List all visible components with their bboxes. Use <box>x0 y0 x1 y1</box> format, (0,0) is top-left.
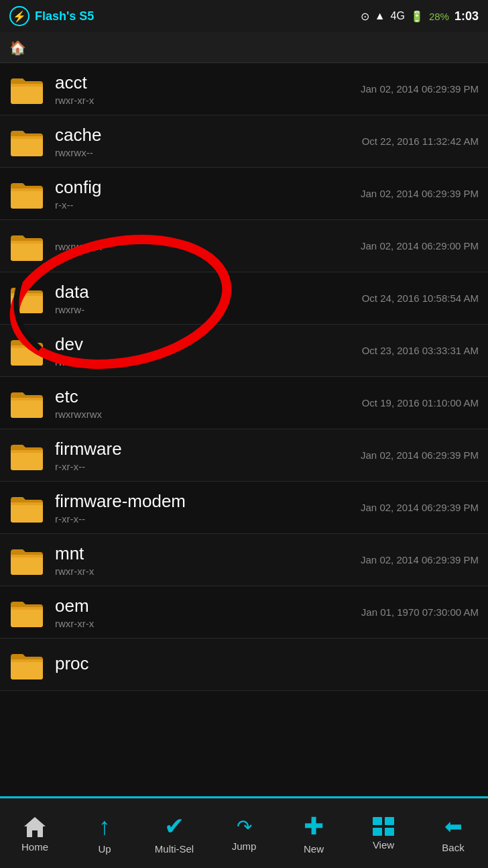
folder-icon <box>9 336 44 366</box>
file-list: acct rwxr-xr-x Jan 02, 2014 06:29:39 PM … <box>0 63 488 691</box>
home-breadcrumb-icon[interactable]: 🏠 <box>9 40 26 56</box>
file-date: Oct 22, 2016 11:32:42 AM <box>362 135 479 147</box>
nav-up-label: Up <box>98 843 111 855</box>
file-date: Jan 01, 1970 07:30:00 AM <box>361 606 479 618</box>
file-name: cache <box>55 125 357 146</box>
file-date: Oct 19, 2016 01:10:00 AM <box>362 397 479 409</box>
list-item[interactable]: firmware-modem r-xr-x-- Jan 02, 2014 06:… <box>0 482 488 534</box>
list-item[interactable]: firmware r-xr-x-- Jan 02, 2014 06:29:39 … <box>0 429 488 482</box>
list-item[interactable]: etc rwxrwxrwx Oct 19, 2016 01:10:00 AM <box>0 377 488 429</box>
jump-nav-icon: ↷ <box>237 816 252 838</box>
nav-up[interactable]: ↑ Up <box>70 812 139 855</box>
app-icon: ⚡ <box>9 6 29 26</box>
file-info: proc <box>55 653 473 675</box>
file-name: firmware <box>55 439 355 459</box>
list-item[interactable]: config r-x-- Jan 02, 2014 06:29:39 PM <box>0 168 488 220</box>
svg-rect-3 <box>385 817 394 825</box>
folder-icon <box>9 231 44 261</box>
list-item[interactable]: oem rwxr-xr-x Jan 01, 1970 07:30:00 AM <box>0 586 488 639</box>
file-date: Jan 02, 2014 06:29:39 PM <box>361 449 479 461</box>
svg-marker-1 <box>24 817 46 837</box>
file-permissions: rwxrwxrwx <box>55 241 355 252</box>
file-date: Jan 02, 2014 06:29:00 PM <box>361 240 479 252</box>
list-item[interactable]: proc <box>0 639 488 691</box>
list-item[interactable]: acct rwxr-xr-x Jan 02, 2014 06:29:39 PM <box>0 63 488 115</box>
folder-icon <box>9 493 44 523</box>
nav-jump[interactable]: ↷ Jump <box>209 816 279 852</box>
file-info: firmware-modem r-xr-x-- <box>55 491 355 525</box>
file-name: oem <box>55 596 356 616</box>
file-info: mnt rwxr-xr-x <box>55 543 355 577</box>
wifi-icon: ⊙ <box>361 10 369 23</box>
back-nav-icon: ⬅ <box>444 814 463 839</box>
file-info: acct rwxr-xr-x <box>55 72 355 106</box>
nav-back-label: Back <box>442 842 464 853</box>
file-list-area: acct rwxr-xr-x Jan 02, 2014 06:29:39 PM … <box>0 63 488 798</box>
file-info: etc rwxrwxrwx <box>55 386 357 420</box>
file-info: rwxrwxrwx <box>55 239 355 252</box>
file-info: config r-x-- <box>55 177 355 211</box>
file-info: cache rwxrwx-- <box>55 125 357 158</box>
file-date: Jan 02, 2014 06:29:39 PM <box>361 502 479 513</box>
app-title: Flash's S5 <box>35 9 94 23</box>
status-right: ⊙ ▲ 4G 🔋 28% 1:03 <box>361 9 479 23</box>
up-nav-icon: ↑ <box>99 812 111 840</box>
file-name: dev <box>55 334 357 355</box>
signal-strength: 4G <box>391 10 405 22</box>
nav-view-label: View <box>373 839 394 851</box>
folder-icon <box>9 441 44 470</box>
clock: 1:03 <box>454 9 479 23</box>
file-name: proc <box>55 653 473 674</box>
file-permissions: rwxr-xr-x <box>55 565 355 577</box>
nav-home[interactable]: Home <box>0 814 70 853</box>
list-item[interactable]: dev rwxr-xr-x Oct 23, 2016 03:33:31 AM <box>0 325 488 377</box>
nav-view[interactable]: View <box>349 816 418 851</box>
folder-icon <box>9 179 44 209</box>
battery-icon: 🔋 <box>410 10 424 23</box>
bottom-navigation: Home ↑ Up ✔ Multi-Sel ↷ Jump ✚ New View … <box>0 798 488 868</box>
nav-new[interactable]: ✚ New <box>279 812 349 855</box>
list-item[interactable]: cache rwxrwx-- Oct 22, 2016 11:32:42 AM <box>0 115 488 168</box>
nav-multisel-label: Multi-Sel <box>155 843 194 855</box>
status-left: ⚡ Flash's S5 <box>9 6 94 26</box>
nav-home-label: Home <box>21 841 48 853</box>
file-info: firmware r-xr-x-- <box>55 439 355 472</box>
nav-multisel[interactable]: ✔ Multi-Sel <box>139 812 209 855</box>
file-date: Jan 02, 2014 06:29:39 PM <box>361 188 479 199</box>
file-permissions: rwxrwx-- <box>55 147 357 158</box>
file-permissions: rwxrw- <box>55 304 357 315</box>
file-permissions: rwxr-xr-x <box>55 95 355 106</box>
file-name: mnt <box>55 543 355 564</box>
file-date: Jan 02, 2014 06:29:39 PM <box>361 554 479 565</box>
file-permissions: r-x-- <box>55 199 355 211</box>
file-permissions: rwxr-xr-x <box>55 618 356 629</box>
breadcrumb-bar: 🏠 <box>0 32 488 63</box>
file-permissions: r-xr-x-- <box>55 461 355 472</box>
signal-icon: ▲ <box>375 10 385 22</box>
file-permissions: r-xr-x-- <box>55 513 355 525</box>
list-item[interactable]: data rwxrw- Oct 24, 2016 10:58:54 AM <box>0 272 488 325</box>
nav-jump-label: Jump <box>232 840 257 852</box>
file-name: data <box>55 282 357 303</box>
file-name: config <box>55 177 355 198</box>
file-info: dev rwxr-xr-x <box>55 334 357 368</box>
file-date: Oct 23, 2016 03:33:31 AM <box>362 345 479 356</box>
folder-icon <box>9 74 44 104</box>
nav-back[interactable]: ⬅ Back <box>418 814 488 853</box>
file-name: acct <box>55 72 355 93</box>
file-name: etc <box>55 386 357 407</box>
nav-highlight-line <box>0 796 488 798</box>
folder-icon <box>9 598 44 627</box>
battery-level: 28% <box>429 11 449 22</box>
svg-rect-2 <box>373 817 382 825</box>
file-info: data rwxrw- <box>55 282 357 315</box>
file-date: Jan 02, 2014 06:29:39 PM <box>361 83 479 95</box>
file-info: oem rwxr-xr-x <box>55 596 356 629</box>
view-nav-icon <box>372 816 395 836</box>
list-item[interactable]: rwxrwxrwx Jan 02, 2014 06:29:00 PM <box>0 220 488 272</box>
file-name: firmware-modem <box>55 491 355 512</box>
list-item[interactable]: mnt rwxr-xr-x Jan 02, 2014 06:29:39 PM <box>0 534 488 586</box>
new-nav-icon: ✚ <box>304 812 324 840</box>
file-permissions: rwxrwxrwx <box>55 409 357 420</box>
file-permissions: rwxr-xr-x <box>55 356 357 368</box>
